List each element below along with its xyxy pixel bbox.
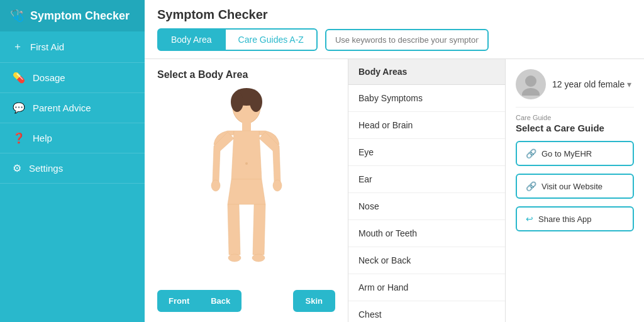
sidebar-item-first-aid[interactable]: ＋ First Aid [0, 31, 145, 63]
settings-icon: ⚙ [13, 162, 21, 174]
share-app-button[interactable]: ↩ Share this App [516, 206, 634, 231]
content-area: Select a Body Area [145, 59, 644, 322]
dropdown-icon: ▾ [627, 79, 631, 89]
list-item-head-brain[interactable]: Head or Brain [348, 112, 505, 139]
help-icon: ❓ [13, 132, 25, 144]
sidebar-item-help[interactable]: ❓ Help [0, 123, 145, 153]
skin-button[interactable]: Skin [293, 290, 335, 312]
svg-point-2 [231, 92, 243, 112]
go-myehr-button[interactable]: 🔗 Go to MyEHR [516, 141, 634, 166]
visit-website-button[interactable]: 🔗 Visit our Website [516, 174, 634, 199]
patient-name: 12 year old female [552, 79, 625, 89]
human-figure-svg [203, 88, 291, 283]
svg-point-5 [211, 180, 220, 191]
care-guide-value: Select a Care Guide [516, 123, 634, 133]
sidebar-label-dosage: Dosage [33, 72, 65, 83]
sidebar-title-text: Symptom Checker [30, 9, 130, 23]
tab-care-guides[interactable]: Care Guides A-Z [226, 28, 318, 51]
tab-bar: Body Area Care Guides A-Z [157, 28, 631, 51]
select-body-area-label: Select a Body Area [157, 69, 335, 80]
front-view-button[interactable]: Front [157, 290, 201, 312]
external-link-icon-myehr: 🔗 [526, 148, 536, 158]
sidebar-label-help: Help [33, 133, 52, 143]
list-item-nose[interactable]: Nose [348, 193, 505, 220]
symptom-checker-icon: 🩺 [10, 9, 24, 23]
main-content: Symptom Checker Body Area Care Guides A-… [145, 0, 644, 322]
list-item-baby-symptoms[interactable]: Baby Symptoms [348, 85, 505, 112]
sidebar: 🩺 Symptom Checker ＋ First Aid 💊 Dosage 💬… [0, 0, 145, 322]
sidebar-item-parent-advice[interactable]: 💬 Parent Advice [0, 93, 145, 123]
patient-selector[interactable]: 12 year old female ▾ [552, 79, 631, 89]
sidebar-label-settings: Settings [29, 163, 63, 174]
figure-container [157, 88, 335, 285]
share-icon: ↩ [526, 214, 533, 224]
svg-point-8 [252, 254, 265, 262]
avatar-section: 12 year old female ▾ [516, 69, 634, 99]
list-item-eye[interactable]: Eye [348, 139, 505, 166]
care-guide-label: Care Guide [516, 114, 634, 121]
external-link-icon-website: 🔗 [526, 181, 536, 191]
body-area-panel: Select a Body Area [145, 59, 348, 322]
svg-point-7 [228, 254, 241, 262]
sidebar-item-settings[interactable]: ⚙ Settings [0, 153, 145, 184]
avatar [516, 69, 546, 99]
buttons-row: Front Back Skin [157, 285, 335, 312]
back-view-button[interactable]: Back [201, 290, 242, 312]
page-title: Symptom Checker [157, 8, 631, 22]
search-input[interactable] [325, 29, 489, 51]
sidebar-title: 🩺 Symptom Checker [0, 0, 145, 31]
avatar-svg [519, 73, 542, 96]
sidebar-label-first-aid: First Aid [30, 42, 64, 52]
svg-point-6 [273, 180, 282, 191]
plus-icon: ＋ [13, 40, 23, 53]
header: Symptom Checker Body Area Care Guides A-… [145, 0, 644, 59]
sidebar-label-parent-advice: Parent Advice [33, 103, 91, 113]
sidebar-item-dosage[interactable]: 💊 Dosage [0, 63, 145, 93]
sidebar-nav: ＋ First Aid 💊 Dosage 💬 Parent Advice ❓ H… [0, 31, 145, 184]
body-areas-list: Body Areas Baby Symptoms Head or Brain E… [348, 59, 506, 322]
visit-website-label: Visit our Website [541, 182, 602, 191]
chat-icon: 💬 [13, 102, 25, 114]
svg-point-3 [250, 92, 262, 112]
share-app-label: Share this App [538, 214, 592, 224]
right-panel: 12 year old female ▾ Care Guide Select a… [506, 59, 644, 322]
svg-point-9 [245, 162, 248, 165]
care-guide-section: Care Guide Select a Care Guide [516, 107, 634, 133]
dosage-icon: 💊 [13, 72, 25, 84]
svg-rect-4 [242, 122, 251, 131]
list-item-chest[interactable]: Chest [348, 301, 505, 322]
body-areas-header: Body Areas [348, 59, 505, 85]
go-myehr-label: Go to MyEHR [541, 149, 592, 158]
list-item-mouth-teeth[interactable]: Mouth or Teeth [348, 220, 505, 247]
tab-body-area[interactable]: Body Area [157, 28, 226, 51]
list-item-arm-hand[interactable]: Arm or Hand [348, 274, 505, 301]
list-item-neck-back[interactable]: Neck or Back [348, 247, 505, 274]
list-item-ear[interactable]: Ear [348, 166, 505, 193]
svg-point-10 [525, 75, 536, 87]
svg-point-11 [522, 88, 540, 96]
